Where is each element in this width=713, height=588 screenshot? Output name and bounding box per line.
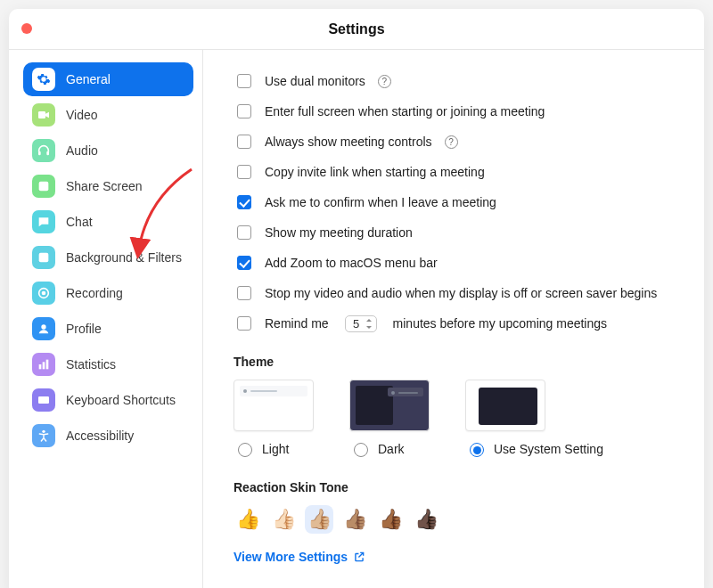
profile-icon [32,317,55,340]
option-checkbox[interactable] [237,195,251,209]
theme-radio-system[interactable] [470,443,484,457]
svg-point-18 [42,430,45,433]
option-checkbox[interactable] [237,104,251,118]
option-row: Use dual monitors? [234,66,681,96]
option-remind-me: Remind me 5 minutes before my upcoming m… [234,308,681,339]
svg-rect-10 [43,362,45,369]
svg-point-5 [42,255,45,257]
sidebar-item-label: Video [66,108,98,122]
theme-preview-system [465,380,545,431]
sidebar-item-label: Share Screen [66,179,143,193]
svg-point-7 [42,291,46,296]
remind-suffix: minutes before my upcoming meetings [393,316,607,331]
external-link-icon [353,551,365,563]
option-checkbox[interactable] [237,286,251,300]
sidebar-item-label: Keyboard Shortcuts [66,393,176,407]
option-label: Copy invite link when starting a meeting [265,165,485,179]
remind-me-checkbox[interactable] [237,316,251,331]
theme-heading: Theme [234,355,681,369]
sidebar-item-recording[interactable]: Recording [23,276,193,310]
skin-tone-option[interactable]: 👍 [234,505,262,534]
chat-icon [32,210,55,233]
option-checkbox[interactable] [237,225,251,240]
option-label: Stop my video and audio when my display … [265,286,657,300]
window-title: Settings [328,21,384,37]
svg-rect-14 [42,398,43,399]
general-panel: Use dual monitors?Enter full screen when… [203,50,704,588]
svg-rect-15 [44,398,45,399]
option-checkbox[interactable] [237,256,251,270]
svg-rect-13 [40,398,41,399]
stats-icon [32,353,55,376]
option-row: Stop my video and audio when my display … [234,278,681,308]
option-label: Always show meeting controls [265,135,432,149]
record-icon [32,282,55,305]
theme-option-dark[interactable]: Dark [349,380,430,457]
headphones-icon [32,139,55,162]
option-checkbox[interactable] [237,165,251,179]
sidebar-item-label: Recording [66,286,123,300]
window-controls [21,23,32,34]
sidebar-item-label: Background & Filters [66,250,182,265]
sidebar-item-general[interactable]: General [23,62,193,96]
help-icon[interactable]: ? [445,135,458,149]
accessibility-icon [32,424,55,447]
option-row: Copy invite link when starting a meeting [234,157,681,187]
sidebar-item-background-filters[interactable]: Background & Filters [23,241,193,274]
remind-prefix: Remind me [265,316,329,331]
skin-tone-option[interactable]: 👍🏽 [340,505,369,534]
sidebar-item-label: Accessibility [66,429,134,443]
background-icon [32,246,55,269]
remind-minutes-stepper[interactable]: 5 [345,315,377,332]
sidebar-item-statistics[interactable]: Statistics [23,347,193,381]
close-window-button[interactable] [21,23,32,34]
sidebar-item-profile[interactable]: Profile [23,312,193,346]
sidebar: GeneralVideoAudioShare ScreenChatBackgro… [9,50,203,588]
sidebar-item-accessibility[interactable]: Accessibility [23,419,193,453]
sidebar-item-label: General [66,72,111,86]
sidebar-item-chat[interactable]: Chat [23,205,193,239]
sidebar-item-label: Audio [66,143,98,158]
skin-tone-picker: 👍👍🏻👍🏼👍🏽👍🏾👍🏿 [234,505,681,534]
option-row: Add Zoom to macOS menu bar [234,248,681,278]
option-label: Ask me to confirm when I leave a meeting [265,195,496,209]
svg-rect-11 [46,360,49,370]
theme-radio-light[interactable] [238,443,252,457]
skin-tone-option[interactable]: 👍🏻 [269,505,298,534]
view-more-label: View More Settings [234,550,348,564]
svg-point-8 [41,324,45,329]
sidebar-item-label: Statistics [66,357,116,372]
sidebar-item-video[interactable]: Video [23,98,193,132]
skin-tone-heading: Reaction Skin Tone [234,480,681,494]
help-icon[interactable]: ? [378,75,391,88]
body: GeneralVideoAudioShare ScreenChatBackgro… [9,50,704,588]
theme-preview-dark [349,380,430,431]
option-row: Always show meeting controls? [234,127,681,157]
skin-tone-option[interactable]: 👍🏿 [412,505,440,534]
theme-option-light[interactable]: Light [234,380,314,457]
sidebar-item-share-screen[interactable]: Share Screen [23,169,193,203]
view-more-settings-link[interactable]: View More Settings [234,550,365,564]
theme-options: LightDarkUse System Setting [234,380,681,457]
theme-option-system[interactable]: Use System Setting [465,380,603,457]
sidebar-item-label: Chat [66,215,93,229]
skin-tone-option[interactable]: 👍🏾 [376,505,405,534]
option-checkbox[interactable] [237,74,251,88]
sidebar-item-audio[interactable]: Audio [23,134,193,167]
settings-window: Settings GeneralVideoAudioShare ScreenCh… [9,9,704,588]
skin-tone-option[interactable]: 👍🏼 [305,505,333,534]
sidebar-item-keyboard-shortcuts[interactable]: Keyboard Shortcuts [23,383,193,417]
svg-rect-12 [38,396,49,404]
sidebar-item-label: Profile [66,322,102,336]
theme-label: Light [262,442,289,456]
option-label: Show my meeting duration [265,225,413,240]
option-checkbox[interactable] [237,135,251,149]
svg-rect-1 [38,151,41,156]
svg-rect-17 [41,401,45,402]
titlebar: Settings [9,9,704,50]
keyboard-icon [32,388,55,412]
option-label: Use dual monitors [265,74,365,88]
video-icon [32,103,55,127]
option-row: Ask me to confirm when I leave a meeting [234,187,681,217]
theme-radio-dark[interactable] [354,443,368,457]
